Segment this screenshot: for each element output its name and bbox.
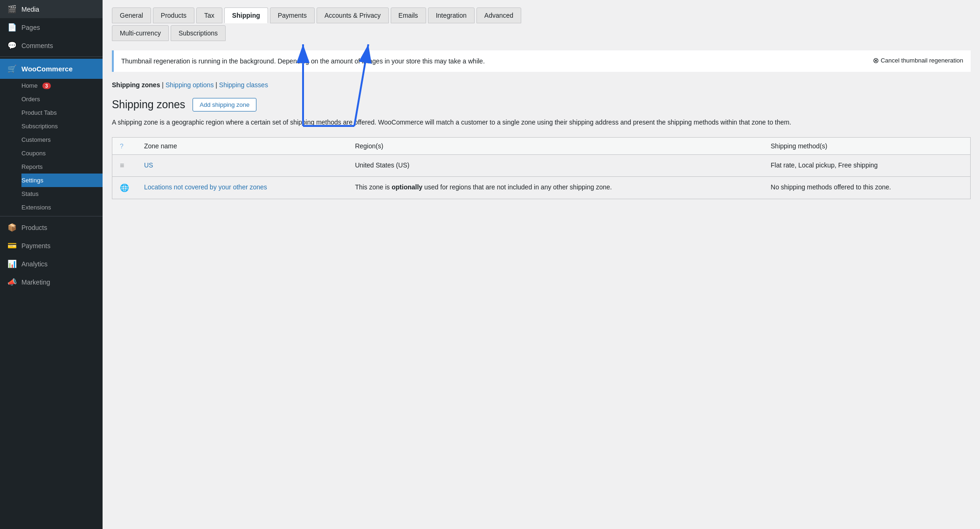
sidebar-item-subscriptions[interactable]: Subscriptions [21, 119, 103, 133]
content-wrapper: General Products Tax Shipping Payments A… [103, 0, 980, 529]
divider-1 [0, 56, 103, 57]
col-icon: ? [112, 137, 137, 154]
tab-general[interactable]: General [112, 7, 151, 23]
cancel-thumbnail-btn[interactable]: ⊗ Cancel thumbnail regeneration [873, 56, 963, 65]
sidebar-item-woocommerce[interactable]: 🛒 WooCommerce [0, 59, 103, 79]
sidebar-item-analytics[interactable]: 📊 Analytics [0, 255, 103, 273]
sidebar-sub-woocommerce: Home 3 Orders Product Tabs Subscriptions… [0, 79, 103, 214]
sidebar-item-settings[interactable]: Settings [21, 174, 103, 187]
shipping-subnav: Shipping zones | Shipping options | Ship… [112, 81, 971, 89]
row-locations-icon: 🌐 [112, 176, 137, 199]
row-locations-name: Locations not covered by your other zone… [137, 176, 347, 199]
media-icon: 🎬 [7, 5, 17, 14]
shipping-classes-link[interactable]: Shipping classes [219, 81, 268, 89]
tab-products[interactable]: Products [153, 7, 194, 23]
sidebar-item-home[interactable]: Home 3 [21, 79, 103, 92]
table-row: 🌐 Locations not covered by your other zo… [112, 176, 971, 199]
tab-payments[interactable]: Payments [270, 7, 315, 23]
row-us-region: United States (US) [347, 154, 763, 176]
add-shipping-zone-button[interactable]: Add shipping zone [193, 98, 256, 111]
shipping-content: Shipping zones | Shipping options | Ship… [103, 72, 980, 208]
tab-integration[interactable]: Integration [428, 7, 475, 23]
tab-emails[interactable]: Emails [391, 7, 426, 23]
sidebar-item-payments[interactable]: 💳 Payments [0, 237, 103, 255]
shipping-zone-header: Shipping zones Add shipping zone [112, 98, 971, 111]
tab-shipping[interactable]: Shipping [224, 7, 268, 23]
sidebar-item-comments[interactable]: 💬 Comments [0, 36, 103, 55]
sidebar-item-media[interactable]: 🎬 Media [0, 0, 103, 18]
zone-us-link[interactable]: US [144, 161, 153, 169]
tab-bar-row1: General Products Tax Shipping Payments A… [103, 0, 980, 23]
tab-tax[interactable]: Tax [196, 7, 222, 23]
sidebar-item-marketing[interactable]: 📣 Marketing [0, 273, 103, 291]
cancel-icon: ⊗ [873, 56, 879, 65]
comments-icon: 💬 [7, 41, 17, 50]
sidebar-item-reports[interactable]: Reports [21, 160, 103, 174]
sidebar-item-products[interactable]: 📦 Products [0, 218, 103, 237]
sidebar: 🎬 Media 📄 Pages 💬 Comments 🛒 WooCommerce… [0, 0, 103, 529]
marketing-icon: 📣 [7, 278, 17, 286]
shipping-zones-link-active: Shipping zones [112, 81, 160, 89]
drag-handle-icon: ≡ [120, 161, 124, 169]
shipping-options-link[interactable]: Shipping options [166, 81, 214, 89]
shipping-description: A shipping zone is a geographic region w… [112, 117, 971, 127]
sidebar-item-coupons[interactable]: Coupons [21, 146, 103, 160]
notice-text: Thumbnail regeneration is running in the… [121, 56, 863, 66]
tab-advanced[interactable]: Advanced [476, 7, 521, 23]
row-us-name: US [137, 154, 347, 176]
woocommerce-icon: 🛒 [7, 64, 17, 73]
sidebar-item-orders[interactable]: Orders [21, 92, 103, 106]
row-locations-region: This zone is optionally used for regions… [347, 176, 763, 199]
tab-accounts-privacy[interactable]: Accounts & Privacy [317, 7, 389, 23]
divider-2 [0, 216, 103, 216]
col-zone-name: Zone name [137, 137, 347, 154]
tab-bar-row2: Multi-currency Subscriptions [103, 25, 980, 41]
zone-locations-link[interactable]: Locations not covered by your other zone… [144, 183, 267, 191]
table-row: ≡ US United States (US) Flat rate, Local… [112, 154, 971, 176]
products-icon: 📦 [7, 223, 17, 232]
sidebar-item-extensions[interactable]: Extensions [21, 201, 103, 214]
col-methods: Shipping method(s) [763, 137, 970, 154]
tab-multi-currency[interactable]: Multi-currency [112, 25, 169, 41]
pages-icon: 📄 [7, 23, 17, 32]
row-locations-methods: No shipping methods offered to this zone… [763, 176, 970, 199]
col-region: Region(s) [347, 137, 763, 154]
payments-icon: 💳 [7, 241, 17, 250]
shipping-zone-title: Shipping zones [112, 98, 185, 111]
row-us-methods: Flat rate, Local pickup, Free shipping [763, 154, 970, 176]
globe-icon: 🌐 [120, 184, 129, 192]
tab-subscriptions-tab[interactable]: Subscriptions [171, 25, 226, 41]
sidebar-item-status[interactable]: Status [21, 187, 103, 201]
help-icon: ? [120, 142, 124, 150]
sidebar-item-customers[interactable]: Customers [21, 133, 103, 146]
notice-banner: Thumbnail regeneration is running in the… [112, 50, 971, 72]
sidebar-item-pages[interactable]: 📄 Pages [0, 18, 103, 36]
row-us-icon: ≡ [112, 154, 137, 176]
sidebar-item-product-tabs[interactable]: Product Tabs [21, 106, 103, 119]
zones-table: ? Zone name Region(s) Shipping method(s)… [112, 137, 971, 199]
analytics-icon: 📊 [7, 259, 17, 268]
